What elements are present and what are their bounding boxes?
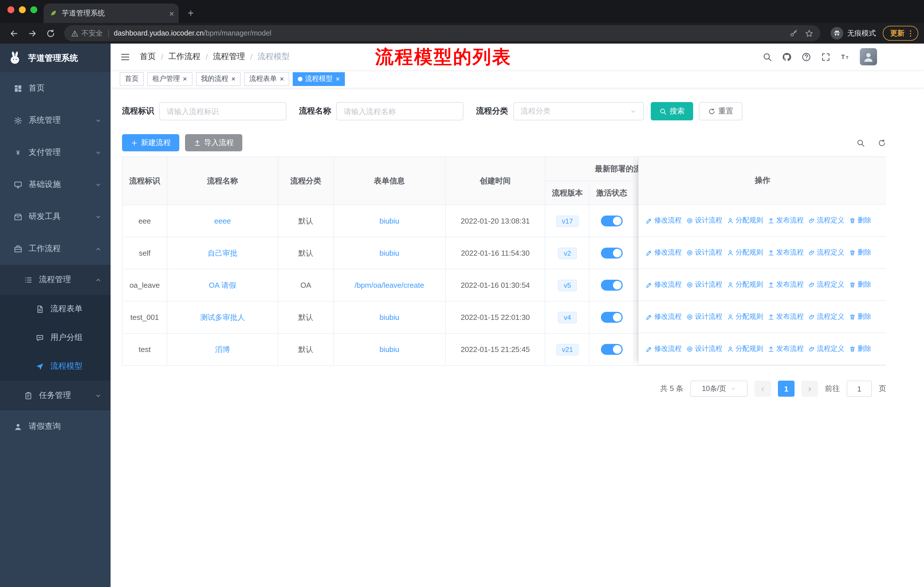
- bookmark-star-icon[interactable]: [805, 29, 813, 38]
- model-name-link[interactable]: OA 请假: [209, 280, 236, 290]
- help-icon[interactable]: [802, 52, 811, 62]
- close-window-button[interactable]: [7, 6, 14, 13]
- action-flow-definition[interactable]: 流程定义: [808, 280, 844, 289]
- action-design-flow[interactable]: 设计流程: [686, 344, 723, 354]
- sidebar-item-leave-query[interactable]: 请假查询: [0, 410, 111, 443]
- action-assign-rule[interactable]: 分配规则: [727, 280, 763, 289]
- action-delete[interactable]: 删除: [849, 215, 871, 225]
- tab-close-icon[interactable]: ×: [169, 9, 174, 18]
- action-design-flow[interactable]: 设计流程: [686, 215, 723, 225]
- sidebar-item-user-group[interactable]: 用户分组: [0, 323, 111, 352]
- action-publish-flow[interactable]: 发布流程: [767, 248, 804, 257]
- breadcrumb-item[interactable]: 工作流程: [168, 51, 201, 62]
- app-logo[interactable]: 芋道管理系统: [0, 43, 111, 72]
- sidebar-item-home[interactable]: 首页: [0, 72, 111, 104]
- sidebar-item-devtools[interactable]: 研发工具: [0, 201, 111, 233]
- tag-item[interactable]: 流程模型×: [293, 72, 345, 86]
- minimize-window-button[interactable]: [19, 6, 26, 13]
- zoom-window-button[interactable]: [30, 6, 37, 13]
- back-button[interactable]: [6, 25, 22, 41]
- sidebar-toggle-button[interactable]: [120, 51, 130, 62]
- action-edit-flow[interactable]: 修改流程: [645, 344, 682, 354]
- goto-page-input[interactable]: [846, 380, 872, 397]
- model-name-link[interactable]: 测试多审批人: [200, 312, 245, 322]
- action-delete[interactable]: 删除: [849, 312, 871, 322]
- tag-close-icon[interactable]: ×: [183, 75, 187, 83]
- breadcrumb-item[interactable]: 流程管理: [213, 51, 245, 62]
- sidebar-item-workflow[interactable]: 工作流程: [0, 233, 111, 265]
- reset-button[interactable]: 重置: [699, 102, 742, 121]
- browser-tab[interactable]: 芋道管理系统 ×: [43, 3, 179, 23]
- active-toggle[interactable]: [601, 215, 623, 227]
- page-size-select[interactable]: 10条/页: [690, 380, 747, 397]
- action-edit-flow[interactable]: 修改流程: [645, 280, 682, 289]
- action-edit-flow[interactable]: 修改流程: [645, 215, 682, 225]
- filter-name-input[interactable]: [336, 102, 464, 121]
- update-button[interactable]: 更新: [883, 26, 918, 41]
- prev-page-button[interactable]: ‹: [754, 380, 771, 397]
- form-info-link[interactable]: biubiu: [380, 313, 399, 322]
- action-design-flow[interactable]: 设计流程: [686, 280, 723, 289]
- tag-item[interactable]: 首页: [120, 72, 144, 86]
- model-name-link[interactable]: 自己审批: [208, 248, 238, 258]
- page-number-button[interactable]: 1: [778, 380, 795, 397]
- action-flow-definition[interactable]: 流程定义: [808, 344, 844, 354]
- action-assign-rule[interactable]: 分配规则: [727, 312, 763, 322]
- github-icon[interactable]: [782, 52, 792, 62]
- action-assign-rule[interactable]: 分配规则: [727, 248, 763, 257]
- forward-button[interactable]: [24, 25, 40, 41]
- filter-key-input[interactable]: [159, 102, 286, 121]
- action-publish-flow[interactable]: 发布流程: [767, 215, 804, 225]
- next-page-button[interactable]: ›: [802, 380, 818, 397]
- model-name-link[interactable]: eeee: [214, 217, 231, 225]
- active-toggle[interactable]: [601, 248, 623, 258]
- action-flow-definition[interactable]: 流程定义: [808, 312, 844, 322]
- action-design-flow[interactable]: 设计流程: [686, 248, 723, 257]
- action-delete[interactable]: 删除: [849, 280, 871, 289]
- active-toggle[interactable]: [601, 344, 623, 355]
- action-flow-definition[interactable]: 流程定义: [808, 248, 844, 257]
- sidebar-item-task-mgmt[interactable]: 任务管理: [0, 380, 111, 410]
- form-info-link[interactable]: biubiu: [380, 217, 399, 225]
- action-publish-flow[interactable]: 发布流程: [767, 344, 804, 354]
- category-select[interactable]: 流程分类: [513, 102, 644, 121]
- import-flow-button[interactable]: 导入流程: [185, 134, 242, 151]
- create-flow-button[interactable]: 新建流程: [122, 134, 179, 151]
- refresh-table-icon[interactable]: [878, 139, 886, 147]
- action-edit-flow[interactable]: 修改流程: [645, 248, 682, 257]
- action-delete[interactable]: 删除: [849, 344, 871, 354]
- tag-item[interactable]: 流程表单×: [244, 72, 289, 86]
- form-info-link[interactable]: biubiu: [380, 345, 399, 354]
- password-key-icon[interactable]: [789, 29, 798, 38]
- tag-close-icon[interactable]: ×: [336, 75, 340, 83]
- reload-button[interactable]: [42, 25, 58, 41]
- sidebar-item-infra[interactable]: 基础设施: [0, 169, 111, 201]
- action-delete[interactable]: 删除: [849, 248, 871, 257]
- tag-item[interactable]: 租户管理×: [147, 72, 192, 86]
- active-toggle[interactable]: [601, 312, 623, 323]
- fullscreen-icon[interactable]: [821, 52, 831, 62]
- user-avatar[interactable]: [860, 48, 877, 65]
- action-design-flow[interactable]: 设计流程: [686, 312, 723, 322]
- sidebar-item-payment[interactable]: ¥支付管理: [0, 136, 111, 169]
- breadcrumb-item[interactable]: 首页: [140, 51, 156, 62]
- browser-menu-icon[interactable]: [906, 29, 915, 38]
- tag-item[interactable]: 我的流程×: [196, 72, 241, 86]
- active-toggle[interactable]: [601, 280, 623, 291]
- sidebar-item-system[interactable]: 系统管理: [0, 104, 111, 136]
- tag-close-icon[interactable]: ×: [280, 75, 284, 83]
- sidebar-item-process-form[interactable]: 流程表单: [0, 294, 111, 323]
- search-toggle-icon[interactable]: [856, 139, 865, 147]
- action-assign-rule[interactable]: 分配规则: [727, 215, 763, 225]
- model-name-link[interactable]: 滔博: [215, 344, 230, 355]
- action-publish-flow[interactable]: 发布流程: [767, 280, 804, 289]
- sidebar-item-process-mgmt[interactable]: 流程管理: [0, 265, 111, 294]
- action-edit-flow[interactable]: 修改流程: [645, 312, 682, 322]
- new-tab-button[interactable]: +: [183, 6, 198, 21]
- action-publish-flow[interactable]: 发布流程: [767, 312, 804, 322]
- address-bar[interactable]: 不安全 dashboard.yudao.iocoder.cn/bpm/manag…: [64, 25, 820, 41]
- font-size-icon[interactable]: TT: [840, 52, 850, 62]
- search-icon[interactable]: [762, 52, 772, 62]
- action-flow-definition[interactable]: 流程定义: [808, 215, 844, 225]
- sidebar-item-process-model[interactable]: 流程模型: [0, 352, 111, 380]
